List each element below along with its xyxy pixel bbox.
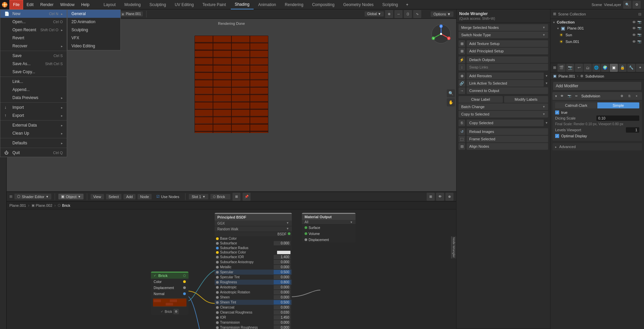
menu-window[interactable]: Window [57, 0, 78, 9]
plane001-render-icon[interactable]: 📷 [637, 26, 641, 30]
principled-node[interactable]: Principled BSDF GGX ▼ Random Walk ▼ BSDF [215, 213, 292, 329]
dicing-value[interactable]: 0.10 [596, 115, 640, 121]
swap-icon[interactable]: ↕ [459, 64, 465, 70]
switch-node-type-dropdown[interactable]: Switch Node Type ▼ [459, 32, 548, 38]
brick-settings-btn[interactable]: ⚙ [173, 309, 179, 314]
material-name[interactable]: ⬡ Brick [210, 194, 230, 199]
file-defaults[interactable]: Defaults ▸ [0, 139, 67, 147]
detach-outputs-btn[interactable]: Detach Outputs [467, 56, 548, 63]
top-search-icon[interactable]: 🔍 [623, 1, 631, 9]
file-save[interactable]: Save Ctrl S [0, 52, 67, 60]
submenu-general[interactable]: General [67, 10, 120, 18]
viewport-global-btn[interactable]: Global ▼ [365, 11, 384, 16]
subdiv-delete-icon[interactable]: × [634, 93, 639, 99]
file-data-previews[interactable]: Data Previews ▸ [0, 94, 67, 102]
file-external-data[interactable]: External Data ▸ [0, 121, 67, 129]
top-settings-icon[interactable]: ⚙ [633, 1, 641, 9]
modify-labels-btn[interactable]: Modify Labels [504, 96, 548, 103]
prop-tab-output[interactable]: ↩ [575, 64, 583, 72]
copy-icon[interactable]: ⎘ [459, 120, 465, 126]
tab-layout[interactable]: Layout [100, 0, 120, 9]
optimal-checkbox[interactable]: ✓ [555, 134, 559, 138]
prop-tab-modifier[interactable]: 🔧 [627, 64, 635, 72]
reload-icon[interactable]: ↺ [459, 128, 465, 135]
nw-side-tab[interactable]: Node Wrangler [451, 236, 456, 258]
menu-help[interactable]: Help [78, 0, 93, 9]
file-recover[interactable]: Recover ▸ [0, 42, 67, 50]
viewport-icon2[interactable]: ↔ [394, 10, 402, 18]
file-open[interactable]: Open... Ctrl O [0, 18, 67, 26]
prop-tab-particles[interactable]: ✦ [636, 64, 644, 72]
link-active-btn[interactable]: Link Active To Selected [467, 80, 544, 87]
outliner-plane001[interactable]: ▾ ▣ Plane.001 👁 📷 [550, 25, 644, 32]
plane001-eye-icon[interactable]: 👁 [632, 26, 636, 30]
viewport-icon1[interactable]: ⊕ [385, 10, 393, 18]
submenu-vfx[interactable]: VFX [67, 34, 120, 42]
file-cleanup[interactable]: Clean Up ▸ [0, 129, 67, 137]
prop-tab-world[interactable]: 🌍 [601, 64, 609, 72]
zoom-in-icon[interactable]: 🔍 [447, 89, 455, 97]
tab-sculpting[interactable]: Sculpting [146, 0, 170, 9]
file-revert[interactable]: Revert [0, 34, 67, 42]
tab-add[interactable]: + [403, 0, 412, 9]
copy-selected-btn[interactable]: Copy Selected [467, 120, 544, 126]
submenu-2d-animation[interactable]: 2D Animation [67, 18, 120, 26]
prop-tab-object[interactable]: ▣ [610, 64, 618, 72]
reload-images-btn[interactable]: Reload Images [467, 128, 548, 135]
subdiv-eye-icon[interactable]: 👁 [559, 93, 565, 99]
prop-tab-view-layer[interactable]: 🗂 [584, 64, 592, 72]
frame-selected-btn[interactable]: Frame Selected [467, 136, 548, 142]
prop-tab-scene2[interactable]: 🌐 [592, 64, 600, 72]
shader-zoom-btn[interactable]: ⊕ [445, 193, 453, 201]
add-modifier-btn[interactable]: Add Modifier [553, 82, 641, 90]
file-export[interactable]: ↑ Export ▸ [0, 111, 67, 120]
shader-canvas[interactable]: ✓ Brick ⬡ Color Displacement Normal [7, 209, 456, 329]
tab-geometry-nodes[interactable]: Geometry Nodes [339, 0, 378, 9]
shader-view-btn[interactable]: 👁 [436, 193, 444, 201]
adaptive-checkbox[interactable]: ✓ [555, 110, 559, 114]
add-principled-icon[interactable]: ⊞ [459, 48, 465, 54]
connect-output-btn[interactable]: Connect to Output [467, 87, 548, 94]
tab-animation[interactable]: Animation [254, 0, 280, 9]
tab-compositing[interactable]: Compositing [308, 0, 338, 9]
detach-icon[interactable]: ⚡ [459, 56, 465, 63]
outliner-sun[interactable]: ☀ Sun 👁 📷 [550, 32, 644, 38]
file-append[interactable]: Append... [0, 86, 67, 94]
subdiv-edit-icon[interactable]: ✏ [574, 93, 579, 99]
batch-change-dropdown[interactable]: Batch Change ▼ [459, 103, 548, 110]
add-principled-setup-btn[interactable]: Add Principled Setup [467, 48, 548, 54]
file-new[interactable]: 📄 New Ctrl N ▸ [0, 10, 67, 18]
sun-render-icon[interactable]: 📷 [637, 33, 641, 37]
copy-to-selected-dropdown[interactable]: Copy to Selected ▼ [459, 111, 548, 117]
outliner-sun001[interactable]: ☀ Sun.001 👁 📷 [550, 38, 644, 45]
file-menu[interactable]: 📄 New Ctrl N ▸ Open... Ctrl O Open Recen… [0, 9, 67, 157]
file-link[interactable]: Link... [0, 78, 67, 86]
viewport-icon4[interactable]: ∿ [413, 10, 421, 18]
blender-logo[interactable] [0, 0, 9, 9]
file-import[interactable]: ↓ Import ▸ [0, 103, 67, 111]
swap-links-btn[interactable]: Swap Links [467, 64, 548, 70]
simple-btn[interactable]: Simple [597, 102, 640, 108]
frame-icon[interactable]: ⬚ [459, 136, 465, 142]
brick-node[interactable]: ✓ Brick ⬡ Color Displacement Normal [151, 272, 189, 315]
bc-plane001[interactable]: Plane.001 [9, 203, 26, 207]
viewport-icon3[interactable]: ⟨⟩ [404, 10, 412, 18]
collection-camera-icon[interactable]: 📷 [637, 20, 641, 24]
collection-eye-icon[interactable]: 👁 [632, 20, 636, 24]
bc-brick[interactable]: Brick [62, 203, 70, 207]
submenu-sculpting[interactable]: Sculpting [67, 26, 120, 34]
merge-selected-dropdown[interactable]: Merge Selected Nodes ▼ [459, 24, 548, 31]
add-texture-icon[interactable]: ⊞ [459, 40, 465, 47]
subdiv-duplicate-icon[interactable]: ⎘ [627, 93, 632, 99]
advanced-section[interactable]: ▸ Advanced [552, 143, 642, 150]
use-nodes-toggle[interactable]: ☑ Use Nodes [154, 194, 182, 199]
hand-icon[interactable]: ✋ [447, 98, 455, 106]
options-btn[interactable]: Options ▼ [431, 11, 453, 17]
submenu-video-editing[interactable]: Video Editing [67, 42, 120, 50]
file-save-as[interactable]: Save As... Shift Ctrl S [0, 60, 67, 68]
sun001-eye-icon[interactable]: 👁 [632, 40, 636, 44]
file-open-recent[interactable]: Open Recent Shift Ctrl O ▸ [0, 26, 67, 34]
levels-value[interactable]: 1 [626, 127, 639, 133]
tab-rendering[interactable]: Rendering [281, 0, 307, 9]
tab-uv-editing[interactable]: UV Editing [171, 0, 198, 9]
